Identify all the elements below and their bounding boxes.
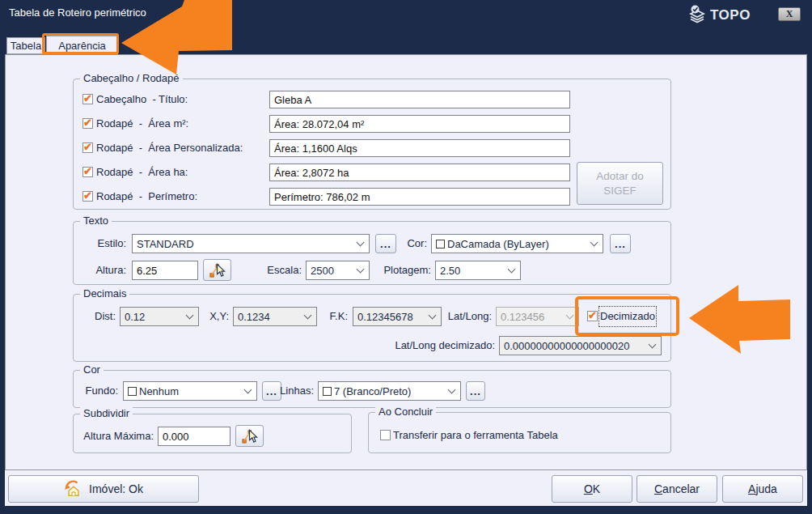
cabecalho-titulo-label: Cabeçalho - Título: [96,90,188,109]
decimizado-checkbox[interactable]: ✔ [587,311,598,321]
chevron-down-icon [357,238,365,246]
altura-maxima-input[interactable] [158,427,230,446]
rodape-area-personalizada-label: Rodapé - Área Personalizada: [96,138,243,158]
pick-cursor-icon [241,427,258,445]
altura-pick-button[interactable] [203,259,231,281]
estilo-combo[interactable]: STANDARD [132,234,370,253]
color-swatch [128,387,137,396]
color-swatch [323,387,332,396]
group-title: Cabeçalho / Rodapé [80,72,183,84]
altura-label: Altura: [78,261,126,280]
topo-layers-icon [687,3,708,27]
cabecalho-titulo-checkbox[interactable]: ✔ [82,94,93,104]
imovel-status-text: Imóvel: Ok [89,482,143,495]
cor-texto-combo[interactable]: DaCamada (ByLayer) [431,234,603,253]
chevron-down-icon [590,238,598,246]
rodape-area-ha-checkbox[interactable]: ✔ [82,167,93,177]
rodape-area-personalizada-checkbox[interactable]: ✔ [82,142,93,153]
linhas-combo[interactable]: 7 (Branco/Preto) [318,381,461,401]
house-icon [64,480,83,498]
rodape-perimetro-checkbox[interactable]: ✔ [82,191,93,202]
close-icon[interactable]: X [778,7,801,21]
linhas-browse-button[interactable]: ... [466,381,485,401]
chevron-down-icon [566,311,574,319]
chevron-down-icon [244,385,252,393]
chevron-down-icon [429,311,437,319]
rodape-area-m2-checkbox[interactable]: ✔ [82,118,93,129]
rodape-area-m2-label: Rodapé - Área m²: [96,114,188,134]
dist-label: Dist: [78,307,116,326]
chevron-down-icon [508,265,516,273]
escala-combo[interactable]: 2500 [306,261,370,280]
latlong-decimizado-label: Lat/Long decimizado: [380,336,495,355]
imovel-status-button[interactable]: Imóvel: Ok [8,475,199,503]
fk-combo[interactable]: 0.12345678 [353,307,442,326]
color-swatch [436,240,445,249]
brand-name: TOPO [710,7,751,23]
fundo-combo[interactable]: Nenhum [123,381,257,401]
group-title: Subdividir [80,407,133,419]
transferir-checkbox[interactable]: ✔ [380,430,391,440]
tab-tabela[interactable]: Tabela [6,37,45,54]
xy-label: X,Y: [201,307,229,326]
cor-texto-label: Cor: [393,234,427,253]
topo-logo: TOPO [687,3,751,27]
plotagem-label: Plotagem: [368,261,431,280]
chevron-down-icon [186,311,194,319]
latlong-decimizado-combo[interactable]: 0.00000000000000000020 [499,336,662,355]
decimizado-label: Decimizado [599,307,656,326]
group-title: Cor [80,363,104,376]
ok-button[interactable]: OK [552,475,632,503]
escala-label: Escala: [245,261,302,280]
pick-cursor-icon [209,261,226,279]
rodape-perimetro-label: Rodapé - Perímetro: [96,187,197,206]
group-title: Decimais [80,287,129,299]
xy-combo[interactable]: 0.1234 [233,307,317,326]
rodape-area-ha-label: Rodapé - Área ha: [96,163,188,182]
window-bottom-frame [0,506,812,514]
estilo-label: Estilo: [78,234,126,253]
chevron-down-icon [304,311,312,319]
linhas-label: Linhas: [270,381,314,401]
group-title: Texto [80,215,112,227]
adotar-sigef-button[interactable]: Adotar do SIGEF [577,162,663,205]
altura-maxima-pick-button[interactable] [235,425,264,447]
window-title: Tabela de Roteiro perimétrico [9,6,146,19]
cor-texto-browse-button[interactable]: ... [610,234,631,253]
chevron-down-icon [448,385,456,393]
fundo-label: Fundo: [78,381,118,401]
tab-aparencia[interactable]: Aparência [46,36,118,55]
help-button[interactable]: Ajuda [722,475,803,503]
dialog-window: Tabela de Roteiro perimétrico TOPO X Tab… [0,0,812,514]
latlong-label: Lat/Long: [443,307,492,326]
altura-maxima-label: Altura Máxima: [78,427,154,446]
group-title: Ao Concluir [375,406,436,418]
area-ha-input[interactable] [269,164,570,181]
transferir-label: Transferir para o ferramenta Tabela [393,426,558,445]
titulo-input[interactable] [269,91,570,108]
chevron-down-icon [357,265,365,273]
area-personalizada-input[interactable] [269,139,570,157]
altura-input[interactable] [132,261,198,280]
perimetro-input[interactable] [269,188,570,206]
plotagem-combo[interactable]: 2.50 [435,261,521,280]
cancel-button[interactable]: Cancelar [636,475,717,503]
area-m2-input[interactable] [269,115,570,133]
fk-label: F.K: [320,307,348,326]
chevron-down-icon [649,340,657,348]
latlong-combo: 0.123456 [496,307,579,326]
dist-combo[interactable]: 0.12 [120,307,199,326]
